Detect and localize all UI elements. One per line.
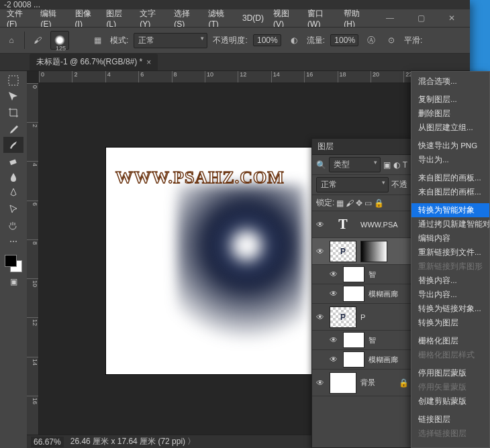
blur-tool[interactable]	[3, 169, 23, 185]
layer-name: WWW.PSA	[360, 221, 398, 229]
context-menu-item[interactable]: 导出为...	[411, 153, 489, 167]
ruler-tick: 10	[27, 278, 38, 317]
lock-icon[interactable]: 🔒	[399, 378, 409, 388]
close-button[interactable]: ✕	[436, 11, 467, 25]
context-menu-item[interactable]: 导出内容...	[411, 288, 489, 302]
canvas[interactable]: WWW.PSAHZ.COM	[106, 148, 333, 374]
flow-field[interactable]: 100%	[330, 34, 358, 46]
search-icon[interactable]: 🔍	[316, 160, 326, 170]
brush-preset-icon[interactable]: 🖌	[30, 33, 45, 48]
mask-thumb	[360, 241, 387, 262]
layers-blend-row: 正常 不透	[312, 175, 411, 195]
context-menu-item[interactable]: 替换内容...	[411, 274, 489, 288]
layer-row[interactable]: 👁TWWW.PSA	[312, 211, 411, 238]
layer-row[interactable]: 👁智	[312, 331, 411, 350]
lock-paint-icon[interactable]: 🖌	[346, 199, 354, 208]
ruler-tick: 6	[27, 201, 38, 239]
pressure-opacity-icon[interactable]: ◐	[287, 33, 301, 48]
crop-tool[interactable]	[3, 105, 23, 121]
filter-adj-icon[interactable]: ◐	[393, 160, 400, 170]
eyedropper-tool[interactable]	[3, 121, 23, 137]
context-menu-item[interactable]: 创建剪贴蒙版	[411, 394, 489, 408]
ruler-horizontal: 024681012141618202224	[39, 71, 470, 83]
context-menu-item[interactable]: 栅格化图层	[411, 334, 489, 348]
ruler-tick: 0	[27, 83, 38, 122]
tab-close-icon[interactable]: ×	[146, 58, 151, 67]
airbrush-icon[interactable]: Ⓐ	[364, 33, 379, 48]
eraser-tool[interactable]	[3, 153, 23, 169]
menubar: 文件(F) 编辑(E) 图像(I) 图层(L) 文字(Y) 选择(S) 滤镜(T…	[0, 9, 470, 27]
opacity-field[interactable]: 100%	[253, 34, 281, 46]
lock-artboard-icon[interactable]: ▭	[364, 199, 372, 208]
move-tool[interactable]	[3, 89, 23, 105]
context-menu-item[interactable]: 编辑内容	[411, 231, 489, 245]
mode-label: 模式:	[110, 35, 128, 46]
context-menu-item[interactable]: 转换为智能对象	[411, 203, 489, 217]
visibility-icon[interactable]: 👁	[328, 289, 339, 298]
context-menu-item[interactable]: 转换为链接对象...	[411, 302, 489, 316]
visibility-icon[interactable]: 👁	[328, 355, 339, 364]
context-menu-item[interactable]: 复制图层...	[411, 93, 489, 107]
visibility-icon[interactable]: 👁	[328, 335, 339, 345]
doc-tabbar: 未标题-1 @ 66.7%(RGB/8#) * ×	[0, 54, 470, 71]
svg-rect-0	[9, 76, 18, 85]
layers-tab[interactable]: 图层	[312, 139, 411, 155]
lock-all-icon[interactable]: 🔒	[374, 199, 384, 208]
context-menu-item: 栅格化图层样式	[411, 348, 489, 362]
layers-filter-select[interactable]: 类型	[329, 157, 381, 172]
ruler-tick: 16	[27, 396, 38, 435]
layer-row[interactable]: 👁PP	[312, 304, 411, 331]
menu-3d[interactable]: 3D(D)	[238, 11, 268, 25]
layer-row[interactable]: 👁模糊画廊	[312, 350, 411, 370]
ruler-tick: 4	[27, 161, 38, 200]
pressure-size-icon[interactable]: ⊙	[384, 33, 399, 48]
context-menu-item[interactable]: 删除图层	[411, 107, 489, 121]
visibility-icon[interactable]: 👁	[315, 313, 326, 322]
layer-name: 背景	[360, 378, 375, 388]
ruler-tick: 12	[238, 71, 271, 82]
color-swatches[interactable]	[3, 254, 23, 274]
context-menu-item[interactable]: 从图层建立组...	[411, 121, 489, 135]
mode-select[interactable]: 正常	[134, 33, 207, 48]
hand-tool[interactable]	[3, 217, 23, 233]
context-menu-item[interactable]: 快速导出为 PNG	[411, 139, 489, 153]
filter-thumb	[343, 266, 364, 282]
context-menu-item[interactable]: 链接图层	[411, 412, 489, 427]
zoom-field[interactable]: 66.67%	[31, 437, 64, 447]
blend-mode-select[interactable]: 正常	[316, 177, 389, 192]
layer-row[interactable]: 👁智	[312, 265, 411, 284]
layer-row[interactable]: 👁背景🔒	[312, 370, 411, 396]
context-menu-item[interactable]: 混合选项...	[411, 74, 489, 89]
path-select-tool[interactable]	[3, 201, 23, 217]
context-menu-item[interactable]: 停用图层蒙版	[411, 366, 489, 380]
context-menu-item: 重新链接到库图形	[411, 260, 489, 274]
maximize-button[interactable]: ▢	[405, 11, 436, 25]
context-menu-item[interactable]: 来自图层的画框...	[411, 185, 489, 199]
visibility-icon[interactable]: 👁	[315, 378, 326, 388]
lock-pixels-icon[interactable]: ▦	[336, 199, 344, 208]
quickmask-tool[interactable]: ▣	[3, 274, 23, 290]
visibility-icon[interactable]: 👁	[315, 247, 326, 256]
filter-img-icon[interactable]: ▣	[383, 160, 391, 170]
home-icon[interactable]: ⌂	[4, 33, 19, 48]
doc-tab[interactable]: 未标题-1 @ 66.7%(RGB/8#) * ×	[30, 54, 158, 70]
layer-row[interactable]: 👁模糊画廊	[312, 284, 411, 304]
layer-row[interactable]: 👁P	[312, 238, 411, 265]
lock-pos-icon[interactable]: ✥	[356, 199, 362, 208]
filter-txt-icon[interactable]: T	[403, 160, 407, 170]
context-menu-item[interactable]: 转换为图层	[411, 316, 489, 330]
context-menu-item[interactable]: 重新链接到文件...	[411, 245, 489, 260]
context-menu-item[interactable]: 通过拷贝新建智能对	[411, 217, 489, 231]
context-menu-item[interactable]: 来自图层的画板...	[411, 171, 489, 185]
fg-swatch[interactable]	[5, 255, 17, 267]
brush-panel-icon[interactable]: ▦	[90, 33, 105, 48]
marquee-tool[interactable]	[3, 72, 23, 89]
pen-tool[interactable]	[3, 185, 23, 201]
brush-tool[interactable]	[3, 137, 23, 153]
visibility-icon[interactable]: 👁	[315, 220, 326, 229]
visibility-icon[interactable]: 👁	[328, 270, 339, 279]
ruler-tick: 0	[39, 71, 72, 82]
more-tools[interactable]: ⋯	[3, 233, 23, 249]
minimize-button[interactable]: —	[375, 11, 405, 25]
ruler-tick: 8	[172, 71, 205, 82]
